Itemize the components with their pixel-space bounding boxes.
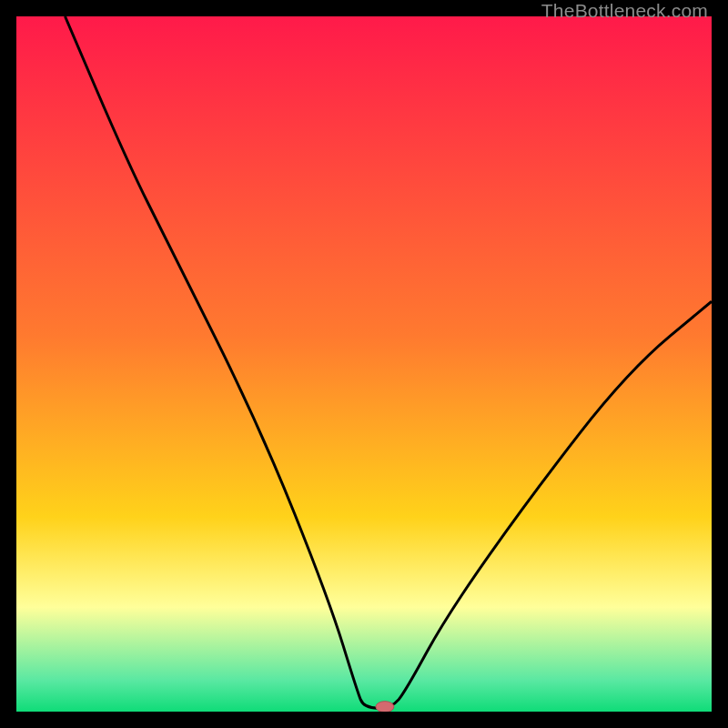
chart-frame: TheBottleneck.com — [0, 0, 728, 728]
watermark-text: TheBottleneck.com — [541, 0, 708, 22]
plot-area — [16, 16, 712, 712]
gradient-background — [16, 16, 712, 712]
optimum-marker — [376, 702, 394, 712]
bottleneck-chart — [16, 16, 712, 712]
svg-point-0 — [376, 702, 394, 712]
